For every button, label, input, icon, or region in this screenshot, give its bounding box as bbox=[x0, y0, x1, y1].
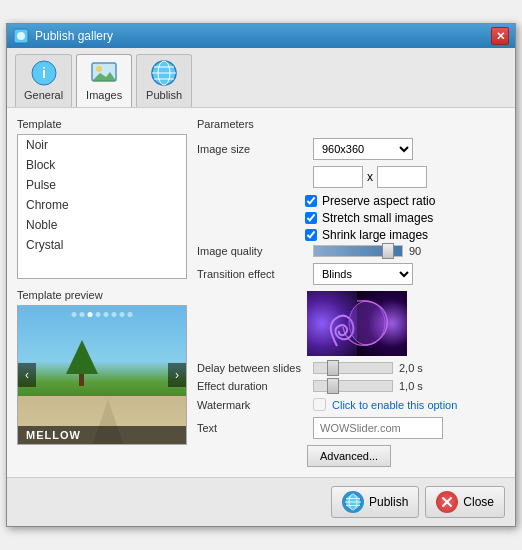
dot-5 bbox=[104, 312, 109, 317]
dot-4 bbox=[96, 312, 101, 317]
titlebar-left: Publish gallery bbox=[13, 28, 113, 44]
preserve-aspect-label: Preserve aspect ratio bbox=[322, 194, 435, 208]
size-width-input[interactable] bbox=[313, 166, 363, 188]
preview-section-label: Template preview bbox=[17, 289, 187, 301]
watermark-row: Watermark Click to enable this option bbox=[197, 398, 505, 411]
transition-label: Transition effect bbox=[197, 268, 307, 280]
duration-label: Effect duration bbox=[197, 380, 307, 392]
template-item-crystal[interactable]: Crystal bbox=[18, 235, 186, 255]
x-svg bbox=[440, 495, 454, 509]
params-label: Parameters bbox=[197, 118, 505, 130]
size-separator: x bbox=[367, 170, 373, 184]
preserve-aspect-checkbox[interactable] bbox=[305, 195, 317, 207]
template-list[interactable]: Noir Block Pulse Chrome Noble Crystal bbox=[17, 134, 187, 279]
quality-slider[interactable] bbox=[313, 245, 403, 257]
duration-row: Effect duration 1,0 s bbox=[197, 380, 505, 392]
footer: Publish Close bbox=[7, 477, 515, 526]
quality-value: 90 bbox=[409, 245, 439, 257]
transition-preview-container bbox=[307, 291, 505, 356]
left-panel: Template Noir Block Pulse Chrome Noble C… bbox=[17, 118, 187, 467]
text-row: Text bbox=[197, 417, 505, 439]
content-area: Template Noir Block Pulse Chrome Noble C… bbox=[7, 108, 515, 477]
template-item-chrome[interactable]: Chrome bbox=[18, 195, 186, 215]
duration-value: 1,0 s bbox=[399, 380, 429, 392]
text-input[interactable] bbox=[313, 417, 443, 439]
dot-3 bbox=[88, 312, 93, 317]
transition-swirl-svg bbox=[307, 291, 407, 356]
tab-publish-label: Publish bbox=[146, 89, 182, 101]
size-height-input[interactable] bbox=[377, 166, 427, 188]
checkbox-group: Preserve aspect ratio Stretch small imag… bbox=[305, 194, 505, 242]
tab-general-label: General bbox=[24, 89, 63, 101]
quality-row: Image quality 90 bbox=[197, 245, 505, 257]
globe-svg bbox=[344, 493, 362, 511]
svg-text:i: i bbox=[42, 65, 46, 81]
svg-point-1 bbox=[17, 32, 25, 40]
shrink-large-checkbox[interactable] bbox=[305, 229, 317, 241]
template-item-noble[interactable]: Noble bbox=[18, 215, 186, 235]
dot-8 bbox=[128, 312, 133, 317]
advanced-button[interactable]: Advanced... bbox=[307, 445, 391, 467]
tab-images-label: Images bbox=[86, 89, 122, 101]
text-label: Text bbox=[197, 422, 307, 434]
preview-arrow-left[interactable]: ‹ bbox=[18, 363, 36, 387]
transition-row: Transition effect Blinds Fade Slide Zoom bbox=[197, 263, 505, 285]
size-inputs: x bbox=[313, 166, 427, 188]
toolbar: i General Images bbox=[7, 48, 515, 108]
preserve-aspect-row: Preserve aspect ratio bbox=[305, 194, 505, 208]
stretch-small-row: Stretch small images bbox=[305, 211, 505, 225]
tab-images[interactable]: Images bbox=[76, 54, 132, 107]
tree-trunk bbox=[79, 374, 84, 386]
publish-icon bbox=[150, 59, 178, 87]
dot-7 bbox=[120, 312, 125, 317]
window-close-button[interactable]: ✕ bbox=[491, 27, 509, 45]
delay-value: 2,0 s bbox=[399, 362, 429, 374]
preview-tree bbox=[66, 340, 98, 386]
publish-globe-icon bbox=[342, 491, 364, 513]
close-label: Close bbox=[463, 495, 494, 509]
general-icon: i bbox=[30, 59, 58, 87]
template-item-pulse[interactable]: Pulse bbox=[18, 175, 186, 195]
close-button[interactable]: Close bbox=[425, 486, 505, 518]
duration-slider[interactable] bbox=[313, 380, 393, 392]
tab-publish[interactable]: Publish bbox=[136, 54, 192, 107]
window-title: Publish gallery bbox=[35, 29, 113, 43]
watermark-link[interactable]: Click to enable this option bbox=[332, 399, 457, 411]
preview-dots bbox=[72, 312, 133, 317]
svg-point-5 bbox=[96, 66, 102, 72]
stretch-small-checkbox[interactable] bbox=[305, 212, 317, 224]
template-item-noir[interactable]: Noir bbox=[18, 135, 186, 155]
image-size-dropdown[interactable]: 960x360 800x600 1024x768 1280x720 bbox=[313, 138, 413, 160]
preview-label-bar: MELLOW bbox=[18, 426, 186, 444]
quality-label: Image quality bbox=[197, 245, 307, 257]
preview-box: ‹ › MELLOW bbox=[17, 305, 187, 445]
titlebar: Publish gallery ✕ bbox=[7, 24, 515, 48]
tree-canopy bbox=[66, 340, 98, 374]
tab-general[interactable]: i General bbox=[15, 54, 72, 107]
transition-dropdown[interactable]: Blinds Fade Slide Zoom bbox=[313, 263, 413, 285]
watermark-label: Watermark bbox=[197, 399, 307, 411]
delay-row: Delay between slides 2,0 s bbox=[197, 362, 505, 374]
delay-label: Delay between slides bbox=[197, 362, 307, 374]
dot-1 bbox=[72, 312, 77, 317]
close-x-icon bbox=[436, 491, 458, 513]
template-item-block[interactable]: Block bbox=[18, 155, 186, 175]
size-inputs-row: x bbox=[197, 166, 505, 188]
advanced-btn-container: Advanced... bbox=[307, 445, 505, 467]
main-window: Publish gallery ✕ i General Images bbox=[6, 23, 516, 527]
dot-2 bbox=[80, 312, 85, 317]
template-section-label: Template bbox=[17, 118, 187, 130]
window-icon bbox=[13, 28, 29, 44]
images-icon bbox=[90, 59, 118, 87]
image-size-label: Image size bbox=[197, 143, 307, 155]
template-preview-section: Template preview bbox=[17, 289, 187, 445]
delay-slider[interactable] bbox=[313, 362, 393, 374]
preview-arrow-right[interactable]: › bbox=[168, 363, 186, 387]
publish-button[interactable]: Publish bbox=[331, 486, 419, 518]
right-panel: Parameters Image size 960x360 800x600 10… bbox=[197, 118, 505, 467]
publish-label: Publish bbox=[369, 495, 408, 509]
shrink-large-label: Shrink large images bbox=[322, 228, 428, 242]
watermark-checkbox[interactable] bbox=[313, 398, 326, 411]
shrink-large-row: Shrink large images bbox=[305, 228, 505, 242]
image-size-row: Image size 960x360 800x600 1024x768 1280… bbox=[197, 138, 505, 160]
